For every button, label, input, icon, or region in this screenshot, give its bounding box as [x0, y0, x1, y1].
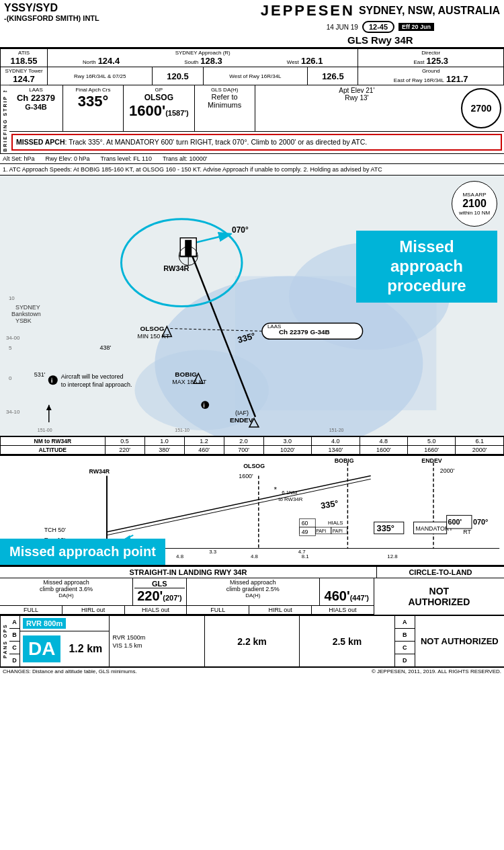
circle-2700: 2700	[461, 88, 501, 128]
svg-text:RW34R: RW34R	[89, 468, 110, 475]
svg-text:335°: 335°	[320, 498, 339, 511]
svg-text:151-20: 151-20	[329, 428, 344, 432]
profile-view: RW34R TCH 50' Rwy 13' OLSOG BOBIG ENDEV …	[0, 455, 504, 566]
not-authorized: NOT AUTHORIZED	[374, 578, 504, 615]
svg-text:YSBK: YSBK	[15, 318, 32, 325]
svg-point-32	[201, 401, 209, 410]
svg-text:i: i	[203, 403, 205, 410]
svg-text:*: *	[274, 485, 277, 494]
final-cell: Final Apch Crs 335°	[63, 85, 124, 131]
eff-box: Eff 20 Jun	[398, 23, 434, 31]
director-label: Director	[361, 50, 501, 56]
svg-text:to RW34R: to RW34R	[278, 496, 302, 502]
svg-text:438': 438'	[100, 345, 112, 352]
svg-text:to intercept final approach.: to intercept final approach.	[61, 382, 132, 389]
chart-date: 14 JUN 19	[327, 24, 358, 31]
distance-altitude-table: NM to RW34R 0.5 1.0 1.2 2.0 3.0 4.0 4.8 …	[0, 436, 504, 455]
missed-approach-box: MISSED APCH: Track 335°. At MANDATORY 60…	[11, 134, 502, 151]
ground-label: Ground	[361, 68, 501, 74]
svg-text:PAPI: PAPI	[333, 529, 343, 533]
svg-text:i: i	[51, 377, 53, 385]
footer-changes: CHANGES: Distance and altitude table, GL…	[3, 668, 137, 674]
svg-text:34-00: 34-00	[6, 336, 20, 342]
airport-id: YSSY/SYD -(KINGSFORD SMITH) INTL	[4, 2, 99, 22]
svg-text:4.8: 4.8	[251, 554, 259, 560]
svg-text:3.3: 3.3	[209, 549, 217, 555]
missed-approach-callout: Missed approach procedure	[356, 231, 497, 302]
apt-cell: Apt Elev 21' Rwy 13'	[255, 85, 458, 131]
notes-row: 1. ATC Approach Speeds: At BOBIG 185-160…	[0, 164, 504, 176]
header-center: JEPPESEN SYDNEY, NSW, AUSTRALIA 14 JUN 1…	[261, 2, 500, 46]
svg-text:1600': 1600'	[239, 473, 253, 480]
svg-text:34-10: 34-10	[6, 410, 20, 416]
pans-ops-section: PANS OPS A B C D RVR 800m DA 1.2 km RVR	[0, 615, 504, 667]
svg-text:PAPI: PAPI	[316, 529, 326, 533]
min-da-460: 460'(447')	[321, 588, 372, 604]
da-label: DA	[23, 635, 60, 662]
svg-text:070°: 070°	[232, 225, 249, 235]
missed-apch-text: Track 335°. At MANDATORY 600' turn RIGHT…	[69, 138, 367, 146]
info-row: Alt Set: hPa Rwy Elev: 0 hPa Trans level…	[0, 154, 504, 164]
svg-text:531': 531'	[34, 372, 46, 379]
svg-text:RT: RT	[463, 529, 471, 535]
svg-text:ENDEV: ENDEV	[421, 457, 442, 464]
tower-value: 124.7	[3, 74, 44, 84]
gp-cell: GP OLSOG 1600'(1587')	[124, 85, 195, 131]
chart-num-box: 12-45	[362, 21, 394, 33]
briefing-strip: BRIEFING STRIP ™ LAAS Ch 22379 G-34B Fin…	[0, 85, 504, 154]
city: SYDNEY, NSW, AUSTRALIA	[359, 5, 500, 17]
atis-value: 118.55	[3, 56, 44, 66]
svg-text:OLSOG: OLSOG	[243, 463, 265, 469]
footer-copyright: © JEPPESEN, 2011, 2019. ALL RIGHTS RESER…	[372, 668, 501, 674]
briefing-strip-label: BRIEFING STRIP ™	[0, 85, 9, 153]
rwy-freq-value: 120.5	[155, 71, 200, 81]
svg-text:MIN 150 KT: MIN 150 KT	[137, 334, 169, 340]
svg-text:2000': 2000'	[440, 467, 455, 474]
svg-text:070°: 070°	[473, 518, 488, 527]
missed-approach-point-callout: Missed approach point	[0, 539, 165, 565]
svg-text:Ch 22379 G-34B: Ch 22379 G-34B	[279, 329, 330, 336]
svg-point-28	[48, 376, 58, 385]
svg-text:4.7: 4.7	[298, 549, 306, 555]
svg-text:335°: 335°	[377, 523, 394, 533]
gls-header: Missed approach climb gradient 3.6% DA(H…	[0, 578, 374, 615]
circle-to-land-label: CIRCLE-TO-LAND	[377, 567, 504, 578]
svg-text:Aircraft will be vectored: Aircraft will be vectored	[61, 374, 124, 381]
svg-text:12.8: 12.8	[387, 554, 398, 560]
svg-text:4.8: 4.8	[176, 554, 184, 560]
atis-label: ATIS	[3, 50, 44, 56]
laas-cell: LAAS Ch 22379 G-34B	[9, 85, 63, 131]
minimums-section: STRAIGHT-IN LANDING RWY 34R CIRCLE-TO-LA…	[0, 566, 504, 615]
svg-text:10: 10	[9, 295, 15, 301]
frequency-table: ATIS 118.55 SYDNEY Approach (R) North 12…	[0, 48, 504, 85]
svg-text:151-10: 151-10	[175, 428, 190, 432]
svg-text:(IAF): (IAF)	[235, 410, 249, 417]
svg-text:5: 5	[9, 346, 12, 352]
plan-svg: 070° 335° RW34R OLSOG MIN 150 KT BOBIG M…	[0, 176, 504, 436]
svg-text:49: 49	[302, 529, 308, 535]
svg-text:BOBIG: BOBIG	[335, 457, 354, 464]
svg-text:ENDEV: ENDEV	[230, 416, 253, 424]
svg-text:MAX 185 KT: MAX 185 KT	[172, 379, 206, 386]
pans-ops-label: PANS OPS	[0, 616, 9, 666]
gls-cell: GLS DA(H) Refer to Minimums	[195, 85, 255, 131]
svg-text:TCH 50': TCH 50'	[44, 527, 66, 533]
km1-label: 1.2 km	[63, 643, 102, 655]
svg-text:SYDNEY: SYDNEY	[15, 305, 40, 311]
chart-id: GLS Rwy 34R	[261, 34, 500, 46]
approach-label: SYDNEY Approach (R)	[50, 50, 355, 56]
plan-view: 070° 335° RW34R OLSOG MIN 150 KT BOBIG M…	[0, 176, 504, 436]
straight-in-label: STRAIGHT-IN LANDING RWY 34R	[0, 567, 377, 578]
min-da-220: 220'(207')	[134, 588, 185, 604]
brand: JEPPESEN	[261, 2, 355, 20]
msa-circle: MSA ARP 2100 within 10 NM	[452, 181, 497, 227]
header: YSSY/SYD -(KINGSFORD SMITH) INTL JEPPESE…	[0, 0, 504, 48]
svg-text:0: 0	[9, 376, 12, 382]
west-freq-value: 126.5	[310, 71, 355, 81]
footer: CHANGES: Distance and altitude table, GL…	[0, 667, 504, 675]
svg-text:Bankstown: Bankstown	[11, 311, 41, 318]
svg-text:151-00: 151-00	[38, 428, 52, 432]
svg-text:OLSOG: OLSOG	[140, 325, 164, 333]
svg-text:600': 600'	[448, 518, 462, 527]
missed-apch-title: MISSED APCH	[16, 138, 65, 146]
